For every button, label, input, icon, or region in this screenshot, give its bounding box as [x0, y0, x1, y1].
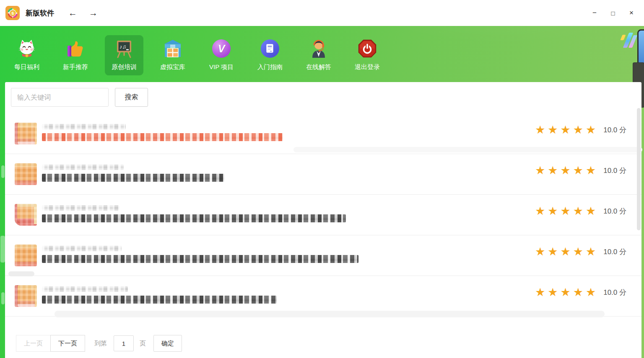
star-rating-icons: ★★★★★ [535, 246, 598, 258]
vip-letter: V [212, 39, 231, 58]
nav-label: VIP 项目 [209, 63, 234, 71]
titlebar: $ 新版软件 ← → − □ × [0, 0, 644, 26]
nav-item-original-training[interactable]: ♪♫ 原创培训 [105, 35, 143, 75]
document-icon [260, 39, 280, 59]
page-number-input[interactable] [114, 335, 134, 351]
item-date-redacted [42, 165, 124, 170]
thumbs-up-icon [65, 39, 86, 59]
item-date-redacted [42, 286, 128, 292]
content-panel: 搜索 ★★★★★ 10.0 分 ★★★★★ 10.0 分 ★★★★★ 10.0 … [5, 82, 641, 358]
lucky-cat-icon [17, 39, 37, 59]
nav-label: 新手推荐 [63, 63, 88, 71]
blackboard-icon: ♪♫ [114, 39, 134, 59]
nav-label: 入门指南 [257, 63, 283, 71]
item-title-redacted [42, 133, 283, 141]
pagination: 上一页 下一页 到第 页 确定 [16, 335, 182, 352]
nav-item-vip-projects[interactable]: V VIP 项目 [202, 35, 241, 75]
item-rating: ★★★★★ 10.0 分 [535, 124, 626, 136]
item-rating: ★★★★★ 10.0 分 [535, 165, 626, 176]
maximize-button[interactable]: □ [604, 4, 622, 22]
item-thumbnail [15, 245, 37, 266]
list-item[interactable]: ★★★★★ 10.0 分 [5, 235, 641, 276]
star-rating-icons: ★★★★★ [535, 165, 598, 176]
vip-icon: V [211, 39, 231, 59]
nav-item-online-support[interactable]: 在线解答 [299, 35, 338, 75]
green-backdrop: 每日福利 新手推荐 ♪♫ [0, 26, 644, 358]
app-window: $ 新版软件 ← → − □ × [0, 0, 644, 358]
item-thumbnail [15, 285, 37, 307]
window-controls: − □ × [585, 0, 641, 26]
vertical-scrollbar[interactable] [637, 108, 641, 230]
main-nav: 每日福利 新手推荐 ♪♫ [0, 26, 644, 82]
result-list: ★★★★★ 10.0 分 ★★★★★ 10.0 分 ★★★★★ 10.0 分 ★… [5, 113, 641, 317]
minimize-button[interactable]: − [585, 4, 604, 22]
rating-score: 10.0 分 [603, 166, 626, 175]
list-item[interactable]: ★★★★★ 10.0 分 [5, 113, 641, 154]
nav-label: 在线解答 [306, 63, 331, 71]
svg-text:♪♫: ♪♫ [119, 44, 126, 50]
forward-arrow-icon[interactable]: → [89, 8, 98, 18]
item-date-redacted [42, 246, 122, 251]
item-date-redacted [42, 124, 126, 129]
nav-item-logout[interactable]: 退出登录 [348, 35, 387, 75]
goto-prefix-label: 到第 [94, 340, 107, 348]
search-bar: 搜索 [11, 88, 148, 107]
item-rating: ★★★★★ 10.0 分 [535, 287, 626, 298]
rating-score: 10.0 分 [603, 247, 626, 257]
nav-item-virtual-vault[interactable]: 虚拟宝库 [153, 35, 192, 75]
next-page-button[interactable]: 下一页 [50, 335, 85, 352]
item-rating: ★★★★★ 10.0 分 [535, 246, 626, 258]
item-date-redacted [42, 205, 119, 211]
nav-item-novice-picks[interactable]: 新手推荐 [56, 35, 95, 75]
item-title-redacted [42, 296, 277, 304]
left-edge-mark [1, 165, 5, 178]
item-title-redacted [42, 214, 346, 222]
svg-text:$: $ [12, 11, 14, 15]
star-rating-icons: ★★★★★ [535, 287, 598, 298]
confirm-page-button[interactable]: 确定 [153, 335, 182, 352]
rating-score: 10.0 分 [603, 206, 626, 216]
list-item[interactable]: ★★★★★ 10.0 分 [5, 276, 641, 317]
rating-score: 10.0 分 [603, 288, 626, 297]
list-item[interactable]: ★★★★★ 10.0 分 [5, 195, 641, 235]
support-agent-icon [309, 39, 329, 59]
back-arrow-icon[interactable]: ← [68, 8, 77, 18]
nav-label: 每日福利 [14, 63, 39, 71]
rating-score: 10.0 分 [603, 125, 626, 135]
item-thumbnail [15, 163, 37, 185]
item-title-redacted [42, 174, 224, 182]
prev-page-button[interactable]: 上一页 [16, 335, 51, 352]
app-logo-icon: $ [5, 6, 20, 20]
left-edge-mark [1, 292, 5, 304]
left-edge-mark [0, 236, 5, 263]
close-button[interactable]: × [622, 4, 641, 22]
goto-suffix-label: 页 [140, 340, 146, 348]
star-rating-icons: ★★★★★ [535, 124, 598, 136]
item-rating: ★★★★★ 10.0 分 [535, 206, 626, 217]
list-item[interactable]: ★★★★★ 10.0 分 [5, 154, 641, 195]
nav-item-starter-guide[interactable]: 入门指南 [251, 35, 289, 75]
star-rating-icons: ★★★★★ [535, 206, 598, 217]
item-title-redacted [42, 255, 358, 263]
search-button[interactable]: 搜索 [115, 88, 148, 107]
nav-label: 虚拟宝库 [160, 63, 185, 71]
item-thumbnail [15, 123, 37, 144]
search-input[interactable] [11, 88, 109, 107]
nav-item-daily-bonus[interactable]: 每日福利 [8, 35, 46, 75]
warehouse-icon [163, 39, 183, 59]
item-thumbnail [15, 204, 37, 226]
nav-label: 原创培训 [112, 63, 137, 71]
nav-label: 退出登录 [355, 63, 380, 71]
window-title: 新版软件 [26, 8, 54, 18]
power-icon [357, 39, 377, 59]
